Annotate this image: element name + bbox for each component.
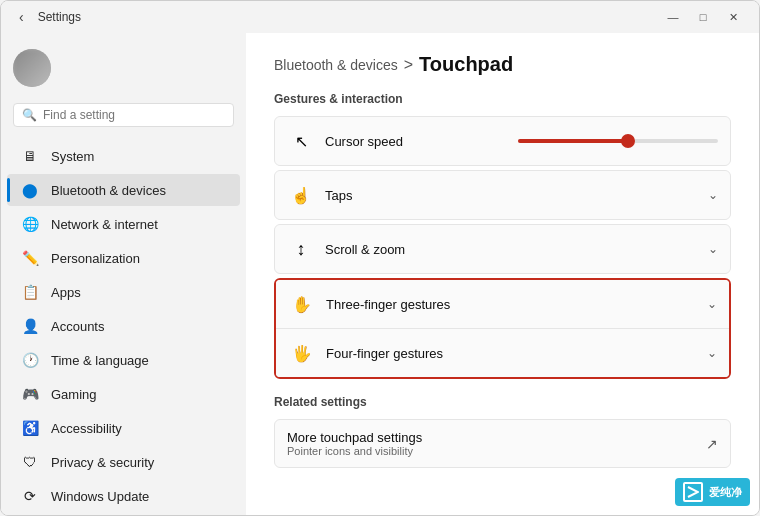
sidebar-item-apps[interactable]: 📋 Apps <box>7 276 240 308</box>
scroll-icon: ↕ <box>287 235 315 263</box>
sidebar-item-privacy[interactable]: 🛡 Privacy & security <box>7 446 240 478</box>
scroll-label: Scroll & zoom <box>325 242 708 257</box>
related-settings-section: Related settings More touchpad settings … <box>274 395 731 468</box>
watermark-icon <box>683 482 703 502</box>
more-touchpad-text: More touchpad settings Pointer icons and… <box>287 430 706 457</box>
cursor-speed-row[interactable]: ↖ Cursor speed <box>274 116 731 166</box>
slider-fill <box>518 139 628 143</box>
more-touchpad-subtitle: Pointer icons and visibility <box>287 445 706 457</box>
three-finger-chevron-icon: ⌄ <box>707 297 717 311</box>
breadcrumb-parent[interactable]: Bluetooth & devices <box>274 57 398 73</box>
related-section-title: Related settings <box>274 395 731 409</box>
four-finger-label: Four-finger gestures <box>326 346 707 361</box>
accessibility-icon: ♿ <box>21 419 39 437</box>
section-gestures-title: Gestures & interaction <box>274 92 731 106</box>
title-bar-left: ‹ Settings <box>13 7 81 27</box>
sidebar-label-apps: Apps <box>51 285 81 300</box>
main-content: Bluetooth & devices > Touchpad Gestures … <box>246 33 759 515</box>
four-finger-chevron-icon: ⌄ <box>707 346 717 360</box>
sidebar-label-update: Windows Update <box>51 489 149 504</box>
taps-chevron-icon: ⌄ <box>708 188 718 202</box>
minimize-button[interactable]: — <box>659 7 687 27</box>
close-button[interactable]: ✕ <box>719 7 747 27</box>
settings-window: ‹ Settings — □ ✕ 🔍 🖥 S <box>0 0 760 516</box>
window-content: 🔍 🖥 System ⬤ Bluetooth & devices 🌐 Netwo… <box>1 33 759 515</box>
three-finger-label: Three-finger gestures <box>326 297 707 312</box>
back-button[interactable]: ‹ <box>13 7 30 27</box>
sidebar: 🔍 🖥 System ⬤ Bluetooth & devices 🌐 Netwo… <box>1 33 246 515</box>
sidebar-label-system: System <box>51 149 94 164</box>
user-profile-area[interactable] <box>1 41 246 95</box>
cursor-speed-label: Cursor speed <box>325 134 518 149</box>
sidebar-item-bluetooth[interactable]: ⬤ Bluetooth & devices <box>7 174 240 206</box>
highlighted-gestures-group: ✋ Three-finger gestures ⌄ 🖐 Four-finger … <box>274 278 731 379</box>
bluetooth-icon: ⬤ <box>21 181 39 199</box>
gaming-icon: 🎮 <box>21 385 39 403</box>
three-finger-icon: ✋ <box>288 290 316 318</box>
four-finger-row[interactable]: 🖐 Four-finger gestures ⌄ <box>276 329 729 377</box>
system-icon: 🖥 <box>21 147 39 165</box>
scroll-chevron-icon: ⌄ <box>708 242 718 256</box>
taps-label: Taps <box>325 188 708 203</box>
title-bar: ‹ Settings — □ ✕ <box>1 1 759 33</box>
breadcrumb: Bluetooth & devices > Touchpad <box>274 53 731 76</box>
sidebar-label-time: Time & language <box>51 353 149 368</box>
watermark-text: 爱纯净 <box>709 485 742 500</box>
sidebar-label-privacy: Privacy & security <box>51 455 154 470</box>
sidebar-item-time[interactable]: 🕐 Time & language <box>7 344 240 376</box>
sidebar-item-personalization[interactable]: ✏️ Personalization <box>7 242 240 274</box>
four-finger-icon: 🖐 <box>288 339 316 367</box>
maximize-button[interactable]: □ <box>689 7 717 27</box>
more-touchpad-row[interactable]: More touchpad settings Pointer icons and… <box>274 419 731 468</box>
slider-track <box>518 139 718 143</box>
slider-thumb[interactable] <box>621 134 635 148</box>
time-icon: 🕐 <box>21 351 39 369</box>
apps-icon: 📋 <box>21 283 39 301</box>
search-input[interactable] <box>43 108 225 122</box>
sidebar-label-bluetooth: Bluetooth & devices <box>51 183 166 198</box>
avatar <box>13 49 51 87</box>
sidebar-item-system[interactable]: 🖥 System <box>7 140 240 172</box>
breadcrumb-current: Touchpad <box>419 53 513 76</box>
window-title: Settings <box>38 10 81 24</box>
sidebar-label-personalization: Personalization <box>51 251 140 266</box>
sidebar-item-update[interactable]: ⟳ Windows Update <box>7 480 240 512</box>
breadcrumb-chevron: > <box>404 56 413 74</box>
window-controls: — □ ✕ <box>659 7 747 27</box>
sidebar-item-accounts[interactable]: 👤 Accounts <box>7 310 240 342</box>
cursor-icon: ↖ <box>287 127 315 155</box>
sidebar-item-accessibility[interactable]: ♿ Accessibility <box>7 412 240 444</box>
external-link-icon: ↗ <box>706 436 718 452</box>
accounts-icon: 👤 <box>21 317 39 335</box>
network-icon: 🌐 <box>21 215 39 233</box>
more-touchpad-title: More touchpad settings <box>287 430 706 445</box>
sidebar-label-accessibility: Accessibility <box>51 421 122 436</box>
sidebar-label-accounts: Accounts <box>51 319 104 334</box>
cursor-speed-slider[interactable] <box>518 139 718 143</box>
sidebar-label-gaming: Gaming <box>51 387 97 402</box>
sidebar-item-gaming[interactable]: 🎮 Gaming <box>7 378 240 410</box>
personalization-icon: ✏️ <box>21 249 39 267</box>
update-icon: ⟳ <box>21 487 39 505</box>
scroll-zoom-row[interactable]: ↕ Scroll & zoom ⌄ <box>274 224 731 274</box>
taps-icon: ☝ <box>287 181 315 209</box>
watermark: 爱纯净 <box>675 478 750 506</box>
three-finger-row[interactable]: ✋ Three-finger gestures ⌄ <box>276 280 729 329</box>
search-icon: 🔍 <box>22 108 37 122</box>
taps-row[interactable]: ☝ Taps ⌄ <box>274 170 731 220</box>
search-box[interactable]: 🔍 <box>13 103 234 127</box>
slider-control[interactable] <box>518 139 718 143</box>
sidebar-item-network[interactable]: 🌐 Network & internet <box>7 208 240 240</box>
privacy-icon: 🛡 <box>21 453 39 471</box>
sidebar-label-network: Network & internet <box>51 217 158 232</box>
